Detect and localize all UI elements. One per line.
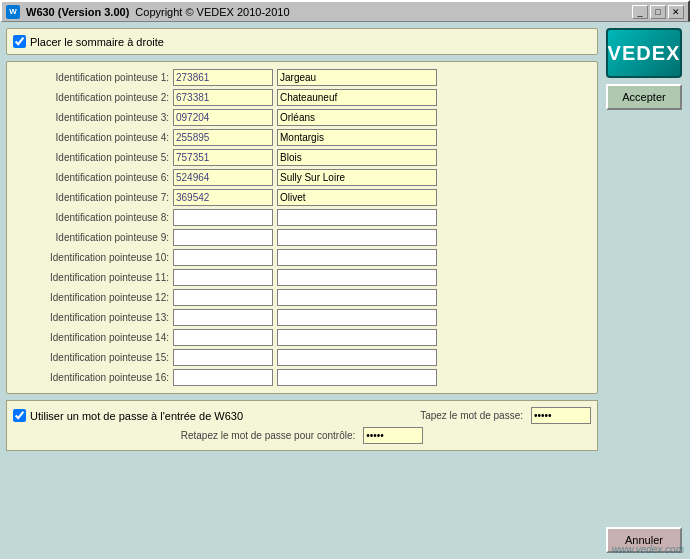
maximize-button[interactable]: □ bbox=[650, 5, 666, 19]
pointer-row-10: Identification pointeuse 10: bbox=[13, 248, 591, 267]
pointer-row-7: Identification pointeuse 7: bbox=[13, 188, 591, 207]
pointer-name-input-4[interactable] bbox=[277, 129, 437, 146]
pointer-label-1: Identification pointeuse 1: bbox=[13, 72, 173, 83]
summary-label: Placer le sommaire à droite bbox=[30, 36, 164, 48]
pointer-code-input-4[interactable] bbox=[173, 129, 273, 146]
pointer-label-14: Identification pointeuse 14: bbox=[13, 332, 173, 343]
pointer-name-input-3[interactable] bbox=[277, 109, 437, 126]
pointer-row-5: Identification pointeuse 5: bbox=[13, 148, 591, 167]
pointer-label-6: Identification pointeuse 6: bbox=[13, 172, 173, 183]
pointer-label-10: Identification pointeuse 10: bbox=[13, 252, 173, 263]
pointer-code-input-2[interactable] bbox=[173, 89, 273, 106]
pointer-label-12: Identification pointeuse 12: bbox=[13, 292, 173, 303]
pointer-row-12: Identification pointeuse 12: bbox=[13, 288, 591, 307]
vedex-logo: VEDEX bbox=[606, 28, 682, 78]
pointer-name-input-7[interactable] bbox=[277, 189, 437, 206]
pointer-name-input-14[interactable] bbox=[277, 329, 437, 346]
left-panel: Placer le sommaire à droite Identificati… bbox=[6, 28, 598, 553]
summary-checkbox-row: Placer le sommaire à droite bbox=[13, 35, 591, 48]
pointer-code-input-15[interactable] bbox=[173, 349, 273, 366]
window-controls: _ □ ✕ bbox=[632, 5, 684, 19]
pointer-row-15: Identification pointeuse 15: bbox=[13, 348, 591, 367]
pointer-code-input-1[interactable] bbox=[173, 69, 273, 86]
pointer-label-2: Identification pointeuse 2: bbox=[13, 92, 173, 103]
pointer-label-7: Identification pointeuse 7: bbox=[13, 192, 173, 203]
pointer-label-13: Identification pointeuse 13: bbox=[13, 312, 173, 323]
pointer-code-input-13[interactable] bbox=[173, 309, 273, 326]
pointer-name-input-13[interactable] bbox=[277, 309, 437, 326]
password-enable-row: Utiliser un mot de passe à l'entrée de W… bbox=[13, 407, 591, 424]
pointers-form: Identification pointeuse 1:Identificatio… bbox=[13, 68, 591, 387]
pointer-code-input-6[interactable] bbox=[173, 169, 273, 186]
pointer-name-input-15[interactable] bbox=[277, 349, 437, 366]
right-panel: VEDEX Accepter Annuler bbox=[604, 28, 684, 553]
pointer-row-2: Identification pointeuse 2: bbox=[13, 88, 591, 107]
password-confirm-row: Retapez le mot de passe pour contrôle: bbox=[13, 427, 591, 444]
pointer-label-9: Identification pointeuse 9: bbox=[13, 232, 173, 243]
pointer-code-input-11[interactable] bbox=[173, 269, 273, 286]
pointer-row-11: Identification pointeuse 11: bbox=[13, 268, 591, 287]
pointer-code-input-12[interactable] bbox=[173, 289, 273, 306]
pointer-row-1: Identification pointeuse 1: bbox=[13, 68, 591, 87]
password-enable-label: Utiliser un mot de passe à l'entrée de W… bbox=[30, 410, 243, 422]
password-label: Tapez le mot de passe: bbox=[420, 410, 523, 421]
accept-button[interactable]: Accepter bbox=[606, 84, 682, 110]
pointer-name-input-12[interactable] bbox=[277, 289, 437, 306]
copyright-text: Copyright © VEDEX 2010-2010 bbox=[135, 6, 289, 18]
pointer-row-4: Identification pointeuse 4: bbox=[13, 128, 591, 147]
pointer-name-input-1[interactable] bbox=[277, 69, 437, 86]
pointer-name-input-2[interactable] bbox=[277, 89, 437, 106]
pointer-row-3: Identification pointeuse 3: bbox=[13, 108, 591, 127]
title-bar: W W630 (Version 3.00) Copyright © VEDEX … bbox=[0, 0, 690, 22]
watermark: www.vedex.com bbox=[612, 544, 684, 555]
pointer-name-input-8[interactable] bbox=[277, 209, 437, 226]
pointer-row-13: Identification pointeuse 13: bbox=[13, 308, 591, 327]
app-title: W630 (Version 3.00) bbox=[26, 6, 129, 18]
app-icon: W bbox=[6, 5, 20, 19]
pointer-name-input-5[interactable] bbox=[277, 149, 437, 166]
pointer-row-16: Identification pointeuse 16: bbox=[13, 368, 591, 387]
pointer-label-5: Identification pointeuse 5: bbox=[13, 152, 173, 163]
minimize-button[interactable]: _ bbox=[632, 5, 648, 19]
pointer-label-11: Identification pointeuse 11: bbox=[13, 272, 173, 283]
summary-section: Placer le sommaire à droite bbox=[6, 28, 598, 55]
pointer-row-6: Identification pointeuse 6: bbox=[13, 168, 591, 187]
pointer-code-input-8[interactable] bbox=[173, 209, 273, 226]
pointer-code-input-7[interactable] bbox=[173, 189, 273, 206]
pointer-code-input-3[interactable] bbox=[173, 109, 273, 126]
pointer-label-15: Identification pointeuse 15: bbox=[13, 352, 173, 363]
pointer-label-16: Identification pointeuse 16: bbox=[13, 372, 173, 383]
pointer-row-8: Identification pointeuse 8: bbox=[13, 208, 591, 227]
pointer-name-input-9[interactable] bbox=[277, 229, 437, 246]
password-input[interactable] bbox=[531, 407, 591, 424]
pointer-label-8: Identification pointeuse 8: bbox=[13, 212, 173, 223]
pointer-name-input-10[interactable] bbox=[277, 249, 437, 266]
pointer-code-input-14[interactable] bbox=[173, 329, 273, 346]
pointer-code-input-9[interactable] bbox=[173, 229, 273, 246]
pointer-row-9: Identification pointeuse 9: bbox=[13, 228, 591, 247]
password-section: Utiliser un mot de passe à l'entrée de W… bbox=[6, 400, 598, 451]
pointer-code-input-5[interactable] bbox=[173, 149, 273, 166]
pointer-code-input-10[interactable] bbox=[173, 249, 273, 266]
summary-checkbox[interactable] bbox=[13, 35, 26, 48]
pointers-section: Identification pointeuse 1:Identificatio… bbox=[6, 61, 598, 394]
close-button[interactable]: ✕ bbox=[668, 5, 684, 19]
pointer-name-input-6[interactable] bbox=[277, 169, 437, 186]
password-checkbox[interactable] bbox=[13, 409, 26, 422]
pointer-code-input-16[interactable] bbox=[173, 369, 273, 386]
pointer-row-14: Identification pointeuse 14: bbox=[13, 328, 591, 347]
pointer-label-3: Identification pointeuse 3: bbox=[13, 112, 173, 123]
pointer-name-input-16[interactable] bbox=[277, 369, 437, 386]
password-confirm-label: Retapez le mot de passe pour contrôle: bbox=[181, 430, 356, 441]
pointer-name-input-11[interactable] bbox=[277, 269, 437, 286]
main-container: Placer le sommaire à droite Identificati… bbox=[0, 22, 690, 559]
pointer-label-4: Identification pointeuse 4: bbox=[13, 132, 173, 143]
password-confirm-input[interactable] bbox=[363, 427, 423, 444]
